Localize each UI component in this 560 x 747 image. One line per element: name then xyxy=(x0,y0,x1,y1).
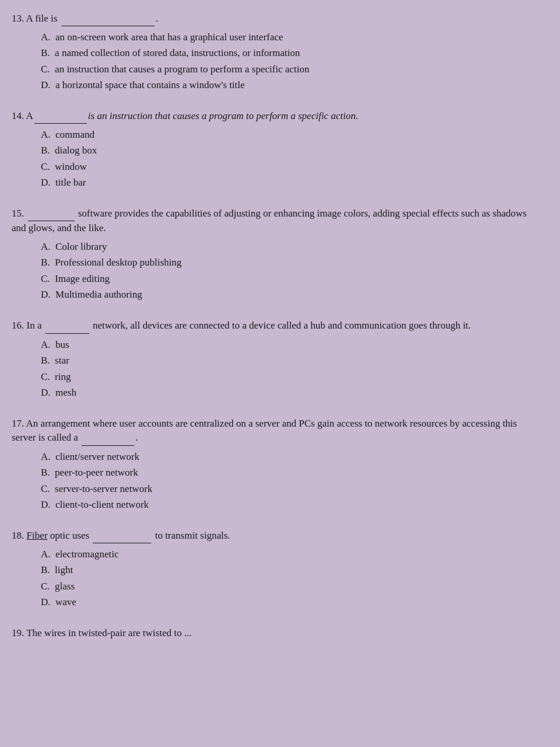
q16-choices: A. bus B. star C. ring D. mesh xyxy=(41,337,542,400)
q16-blank xyxy=(46,319,89,334)
question-14-text: 14. A is an instruction that causes a pr… xyxy=(12,109,542,124)
question-13-text: 13. A file is . xyxy=(12,12,542,26)
question-14: 14. A is an instruction that causes a pr… xyxy=(12,109,542,190)
list-item: A. Color library xyxy=(41,239,542,254)
list-item: A. command xyxy=(41,127,542,142)
question-18-text: 18. Fiber optic uses to transmit signals… xyxy=(12,529,542,543)
list-item: D. mesh xyxy=(41,385,542,400)
question-15: 15. software provides the capabilities o… xyxy=(12,207,542,302)
list-item: C. Image editing xyxy=(41,271,542,287)
q19-truncated: ... xyxy=(181,627,191,638)
list-item: D. client-to-client network xyxy=(41,497,542,512)
q13-number: 13. A file is xyxy=(12,13,60,24)
list-item: B. Professional desktop publishing xyxy=(41,255,542,270)
question-19: 19. The wires in twisted-pair are twiste… xyxy=(12,626,542,640)
q14-suffix: is an instruction that causes a program … xyxy=(88,110,358,121)
q17-period: . xyxy=(135,432,138,443)
list-item: A. an on-screen work area that has a gra… xyxy=(41,30,542,45)
q16-number: 16. In a xyxy=(12,320,44,331)
q18-number: 18. Fiber optic uses xyxy=(12,530,92,541)
list-item: D. title bar xyxy=(41,175,542,190)
q17-choices: A. client/server network B. peer-to-peer… xyxy=(41,449,542,512)
q14-number: 14. A xyxy=(12,110,33,121)
list-item: B. peer-to-peer network xyxy=(41,465,542,480)
q19-number: 19. The wires in twisted-pair are twiste… xyxy=(12,627,181,638)
question-13: 13. A file is . A. an on-screen work are… xyxy=(12,12,542,93)
list-item: C. glass xyxy=(41,579,542,594)
list-item: D. a horizontal space that contains a wi… xyxy=(41,78,542,93)
q18-suffix: to transmit signals. xyxy=(152,530,230,541)
list-item: B. dialog box xyxy=(41,143,542,158)
q15-blank xyxy=(28,207,75,222)
q13-choices: A. an on-screen work area that has a gra… xyxy=(41,30,542,93)
q14-choices: A. command B. dialog box C. window D. ti… xyxy=(41,127,542,190)
question-16-text: 16. In a network, all devices are connec… xyxy=(12,319,542,334)
q13-blank xyxy=(61,12,155,26)
list-item: A. client/server network xyxy=(41,449,542,465)
q18-blank xyxy=(93,529,151,543)
question-19-text: 19. The wires in twisted-pair are twiste… xyxy=(12,626,542,640)
list-item: B. star xyxy=(41,353,542,368)
question-18: 18. Fiber optic uses to transmit signals… xyxy=(12,529,542,610)
list-item: C. server-to-server network xyxy=(41,481,542,497)
list-item: A. bus xyxy=(41,337,542,352)
list-item: B. a named collection of stored data, in… xyxy=(41,46,542,61)
q17-blank xyxy=(82,431,134,446)
q15-number: 15. xyxy=(12,208,27,219)
list-item: C. an instruction that causes a program … xyxy=(41,62,542,77)
list-item: A. electromagnetic xyxy=(41,547,542,562)
question-17: 17. An arrangement where user accounts a… xyxy=(12,417,542,512)
q15-suffix: software provides the capabilities of ad… xyxy=(12,208,527,234)
q18-choices: A. electromagnetic B. light C. glass D. … xyxy=(41,547,542,610)
q15-choices: A. Color library B. Professional desktop… xyxy=(41,239,542,302)
question-15-text: 15. software provides the capabilities o… xyxy=(12,207,542,236)
list-item: C. window xyxy=(41,159,542,174)
q13-period: . xyxy=(156,13,158,24)
q14-blank xyxy=(34,109,87,124)
list-item: B. light xyxy=(41,563,542,578)
list-item: D. Multimedia authoring xyxy=(41,287,542,302)
exam-content: 13. A file is . A. an on-screen work are… xyxy=(12,12,542,640)
list-item: C. ring xyxy=(41,369,542,385)
list-item: D. wave xyxy=(41,595,542,610)
question-17-text: 17. An arrangement where user accounts a… xyxy=(12,417,542,446)
question-16: 16. In a network, all devices are connec… xyxy=(12,319,542,400)
q16-suffix: network, all devices are connected to a … xyxy=(90,320,471,331)
